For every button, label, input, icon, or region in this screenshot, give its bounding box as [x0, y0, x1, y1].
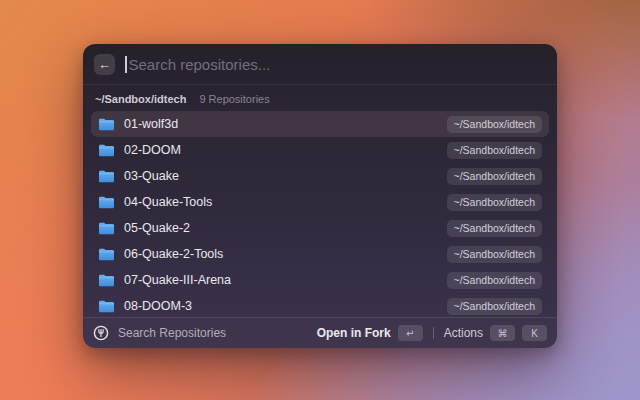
- repo-path-tag: ~/Sandbox/idtech: [447, 116, 542, 133]
- repo-name: 03-Quake: [124, 169, 179, 183]
- repo-row[interactable]: 07-Quake-III-Arena ~/Sandbox/idtech: [91, 267, 549, 293]
- repo-path-tag: ~/Sandbox/idtech: [447, 272, 542, 289]
- repo-row[interactable]: 08-DOOM-3 ~/Sandbox/idtech: [91, 293, 549, 317]
- search-input[interactable]: [129, 56, 547, 73]
- text-caret: [125, 56, 127, 73]
- folder-icon: [98, 300, 115, 313]
- folder-icon: [98, 248, 115, 261]
- folder-icon: [98, 144, 115, 157]
- k-key-icon: K: [522, 325, 547, 341]
- repo-name: 02-DOOM: [124, 143, 181, 157]
- search-bar: ←: [83, 44, 557, 85]
- repo-path-tag: ~/Sandbox/idtech: [447, 220, 542, 237]
- fork-app-icon: [93, 325, 109, 341]
- repo-row[interactable]: 02-DOOM ~/Sandbox/idtech: [91, 137, 549, 163]
- command-label: Search Repositories: [118, 326, 226, 340]
- repo-row[interactable]: 03-Quake ~/Sandbox/idtech: [91, 163, 549, 189]
- section-path: ~/Sandbox/idtech: [95, 93, 186, 105]
- return-key-icon: ↵: [398, 325, 423, 341]
- repo-name: 08-DOOM-3: [124, 299, 192, 313]
- folder-icon: [98, 170, 115, 183]
- repo-path-tag: ~/Sandbox/idtech: [447, 194, 542, 211]
- command-key-icon: ⌘: [490, 325, 515, 341]
- section-header: ~/Sandbox/idtech 9 Repositories: [91, 90, 549, 111]
- repo-row[interactable]: 01-wolf3d ~/Sandbox/idtech: [91, 111, 549, 137]
- repo-name: 01-wolf3d: [124, 117, 178, 131]
- primary-action-label[interactable]: Open in Fork: [317, 326, 391, 340]
- repo-row[interactable]: 05-Quake-2 ~/Sandbox/idtech: [91, 215, 549, 241]
- repo-row[interactable]: 06-Quake-2-Tools ~/Sandbox/idtech: [91, 241, 549, 267]
- repo-name: 06-Quake-2-Tools: [124, 247, 223, 261]
- repo-row[interactable]: 04-Quake-Tools ~/Sandbox/idtech: [91, 189, 549, 215]
- actions-menu-button[interactable]: Actions: [444, 326, 483, 340]
- folder-icon: [98, 118, 115, 131]
- repo-name: 05-Quake-2: [124, 221, 190, 235]
- repository-list: ~/Sandbox/idtech 9 Repositories 01-wolf3…: [83, 85, 557, 317]
- footer-divider: [433, 327, 434, 339]
- repository-rows: 01-wolf3d ~/Sandbox/idtech 02-DOOM ~/San…: [91, 111, 549, 317]
- back-button[interactable]: ←: [94, 54, 115, 75]
- repo-path-tag: ~/Sandbox/idtech: [447, 246, 542, 263]
- folder-icon: [98, 274, 115, 287]
- footer-bar: Search Repositories Open in Fork ↵ Actio…: [83, 317, 557, 348]
- repo-name: 07-Quake-III-Arena: [124, 273, 231, 287]
- section-count: 9 Repositories: [199, 93, 269, 105]
- folder-icon: [98, 222, 115, 235]
- repo-path-tag: ~/Sandbox/idtech: [447, 298, 542, 315]
- repo-path-tag: ~/Sandbox/idtech: [447, 168, 542, 185]
- footer-actions: Open in Fork ↵ Actions ⌘ K: [317, 325, 547, 341]
- command-palette-window: ← ~/Sandbox/idtech 9 Repositories 01-wol…: [83, 44, 557, 348]
- repo-name: 04-Quake-Tools: [124, 195, 212, 209]
- folder-icon: [98, 196, 115, 209]
- repo-path-tag: ~/Sandbox/idtech: [447, 142, 542, 159]
